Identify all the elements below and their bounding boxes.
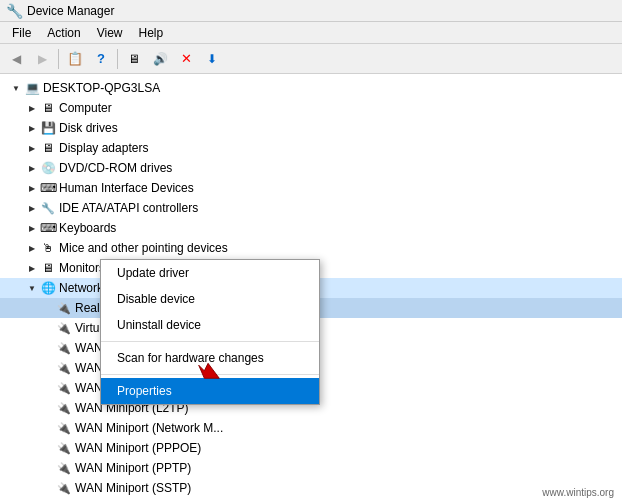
tree-item-display[interactable]: 🖥 Display adapters bbox=[0, 138, 622, 158]
wan-pppoe-label: WAN Miniport (PPPOE) bbox=[75, 441, 201, 455]
tree-item-wan-pptp[interactable]: 🔌 WAN Miniport (PPTP) bbox=[0, 458, 622, 478]
watermark: www.wintips.org bbox=[534, 485, 622, 500]
wan-ip-spacer bbox=[40, 360, 56, 376]
wan-network-label: WAN Miniport (Network M... bbox=[75, 421, 223, 435]
tree-item-wan-pppoe[interactable]: 🔌 WAN Miniport (PPPOE) bbox=[0, 438, 622, 458]
wan-network-icon: 🔌 bbox=[56, 420, 72, 436]
ctx-properties[interactable]: Properties bbox=[101, 378, 319, 404]
hid-expand-icon bbox=[24, 180, 40, 196]
network-icon: 🌐 bbox=[40, 280, 56, 296]
network-expand-icon bbox=[24, 280, 40, 296]
tree-item-hid[interactable]: ⌨ Human Interface Devices bbox=[0, 178, 622, 198]
dvd-label: DVD/CD-ROM drives bbox=[59, 161, 172, 175]
display-expand-icon bbox=[24, 140, 40, 156]
root-label: DESKTOP-QPG3LSA bbox=[43, 81, 160, 95]
vbox-icon: 🔌 bbox=[56, 320, 72, 336]
ctx-disable-device[interactable]: Disable device bbox=[101, 286, 319, 312]
toolbar-separator-2 bbox=[117, 49, 118, 69]
wan-sstp-label: WAN Miniport (SSTP) bbox=[75, 481, 191, 495]
disk-label: Disk drives bbox=[59, 121, 118, 135]
menu-file[interactable]: File bbox=[4, 24, 39, 42]
root-expand-icon bbox=[8, 80, 24, 96]
tree-item-wan-sstp[interactable]: 🔌 WAN Miniport (SSTP) bbox=[0, 478, 622, 498]
tree-item-dvd[interactable]: 💿 DVD/CD-ROM drives bbox=[0, 158, 622, 178]
wan-ip-icon: 🔌 bbox=[56, 360, 72, 376]
main-area: 💻 DESKTOP-QPG3LSA 🖥 Computer 💾 Disk driv… bbox=[0, 74, 622, 500]
toolbar-separator-1 bbox=[58, 49, 59, 69]
help-toolbar-button[interactable]: ? bbox=[89, 47, 113, 71]
menu-bar: File Action View Help bbox=[0, 22, 622, 44]
desktop-icon: 💻 bbox=[24, 80, 40, 96]
ctx-uninstall-device[interactable]: Uninstall device bbox=[101, 312, 319, 338]
display-toolbar-button[interactable]: 🖥 bbox=[122, 47, 146, 71]
ide-expand-icon bbox=[24, 200, 40, 216]
hid-icon: ⌨ bbox=[40, 180, 56, 196]
sound-toolbar-button[interactable]: 🔊 bbox=[148, 47, 172, 71]
forward-button[interactable]: ▶ bbox=[30, 47, 54, 71]
hid-label: Human Interface Devices bbox=[59, 181, 194, 195]
wan-sstp-icon: 🔌 bbox=[56, 480, 72, 496]
wan-ikev2-icon: 🔌 bbox=[56, 340, 72, 356]
download-toolbar-button[interactable]: ⬇ bbox=[200, 47, 224, 71]
ide-icon: 🔧 bbox=[40, 200, 56, 216]
computer-icon: 🖥 bbox=[40, 100, 56, 116]
context-menu: Update driver Disable device Uninstall d… bbox=[100, 259, 320, 405]
properties-toolbar-button[interactable]: 📋 bbox=[63, 47, 87, 71]
wan-pptp-spacer bbox=[40, 460, 56, 476]
computer-label: Computer bbox=[59, 101, 112, 115]
wan-ikev2-spacer bbox=[40, 340, 56, 356]
toolbar: ◀ ▶ 📋 ? 🖥 🔊 ✕ ⬇ bbox=[0, 44, 622, 74]
ctx-separator-2 bbox=[101, 374, 319, 375]
vbox-spacer bbox=[40, 320, 56, 336]
dvd-expand-icon bbox=[24, 160, 40, 176]
disk-icon: 💾 bbox=[40, 120, 56, 136]
title-text: Device Manager bbox=[27, 4, 114, 18]
monitors-label: Monitors bbox=[59, 261, 105, 275]
remove-toolbar-button[interactable]: ✕ bbox=[174, 47, 198, 71]
wan-l2tp-icon: 🔌 bbox=[56, 400, 72, 416]
app-icon: 🔧 bbox=[6, 3, 23, 19]
menu-help[interactable]: Help bbox=[131, 24, 172, 42]
wan-pptp-icon: 🔌 bbox=[56, 460, 72, 476]
keyboards-icon: ⌨ bbox=[40, 220, 56, 236]
realtek-spacer bbox=[40, 300, 56, 316]
ctx-scan-hardware[interactable]: Scan for hardware changes bbox=[101, 345, 319, 371]
tree-item-ide[interactable]: 🔧 IDE ATA/ATAPI controllers bbox=[0, 198, 622, 218]
tree-root[interactable]: 💻 DESKTOP-QPG3LSA bbox=[0, 78, 622, 98]
menu-view[interactable]: View bbox=[89, 24, 131, 42]
tree-item-keyboards[interactable]: ⌨ Keyboards bbox=[0, 218, 622, 238]
menu-action[interactable]: Action bbox=[39, 24, 88, 42]
watermark-text: www.wintips.org bbox=[542, 487, 614, 498]
wan-ipv6-spacer bbox=[40, 380, 56, 396]
back-button[interactable]: ◀ bbox=[4, 47, 28, 71]
keyboards-label: Keyboards bbox=[59, 221, 116, 235]
realtek-icon: 🔌 bbox=[56, 300, 72, 316]
title-bar: 🔧 Device Manager bbox=[0, 0, 622, 22]
wan-network-spacer bbox=[40, 420, 56, 436]
monitors-expand-icon bbox=[24, 260, 40, 276]
monitors-icon: 🖥 bbox=[40, 260, 56, 276]
mice-expand-icon bbox=[24, 240, 40, 256]
keyboards-expand-icon bbox=[24, 220, 40, 236]
ide-label: IDE ATA/ATAPI controllers bbox=[59, 201, 198, 215]
tree-item-mice[interactable]: 🖱 Mice and other pointing devices bbox=[0, 238, 622, 258]
disk-expand-icon bbox=[24, 120, 40, 136]
dvd-icon: 💿 bbox=[40, 160, 56, 176]
wan-sstp-spacer bbox=[40, 480, 56, 496]
wan-pptp-label: WAN Miniport (PPTP) bbox=[75, 461, 191, 475]
display-icon: 🖥 bbox=[40, 140, 56, 156]
ctx-separator-1 bbox=[101, 341, 319, 342]
ctx-update-driver[interactable]: Update driver bbox=[101, 260, 319, 286]
computer-expand-icon bbox=[24, 100, 40, 116]
wan-ipv6-icon: 🔌 bbox=[56, 380, 72, 396]
wan-pppoe-spacer bbox=[40, 440, 56, 456]
mice-icon: 🖱 bbox=[40, 240, 56, 256]
wan-pppoe-icon: 🔌 bbox=[56, 440, 72, 456]
wan-l2tp-spacer bbox=[40, 400, 56, 416]
display-label: Display adapters bbox=[59, 141, 148, 155]
mice-label: Mice and other pointing devices bbox=[59, 241, 228, 255]
tree-item-disk[interactable]: 💾 Disk drives bbox=[0, 118, 622, 138]
tree-item-wan-network[interactable]: 🔌 WAN Miniport (Network M... bbox=[0, 418, 622, 438]
tree-item-computer[interactable]: 🖥 Computer bbox=[0, 98, 622, 118]
